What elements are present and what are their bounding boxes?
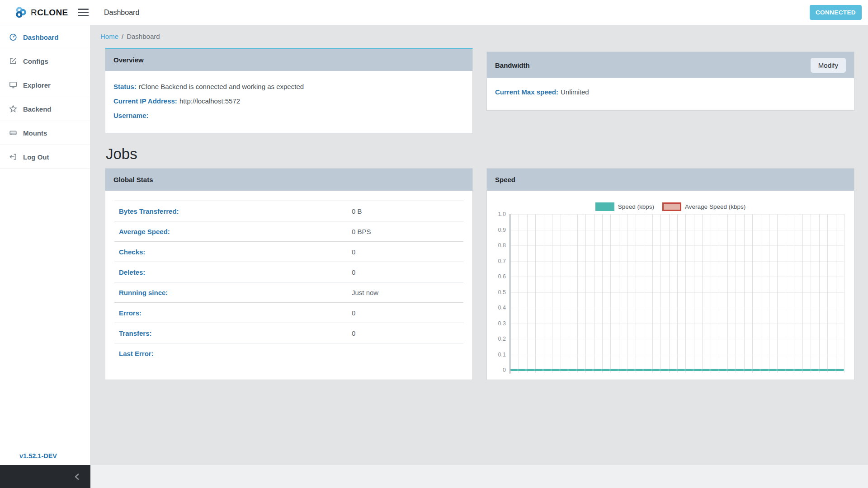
ip-address-label: Current IP Address:	[113, 97, 177, 105]
x-gridline	[660, 214, 661, 373]
sidebar: Dashboard Configs Explorer Backend Mount…	[0, 25, 90, 465]
app-version: v1.52.1-DEV	[19, 452, 57, 460]
status-value: rClone Backend is connected and working …	[139, 83, 304, 90]
hard-drive-icon	[9, 129, 17, 137]
sidebar-item-label: Mounts	[23, 129, 47, 137]
y-tick-label: 0.1	[498, 352, 506, 358]
rclone-logo[interactable]: RCLONE	[0, 6, 72, 19]
x-gridline	[561, 214, 561, 373]
sidebar-item-configs[interactable]: Configs	[0, 49, 90, 73]
stat-label: Errors:	[114, 303, 352, 323]
stat-label: Checks:	[114, 242, 352, 262]
sidebar-item-dashboard[interactable]: Dashboard	[0, 25, 90, 49]
x-gridline	[844, 214, 844, 373]
x-gridline	[577, 214, 578, 373]
bandwidth-card-header: Bandwidth Modify	[487, 52, 854, 78]
ip-address-value: http://localhost:5572	[179, 97, 240, 105]
x-gridline	[736, 214, 736, 373]
sidebar-item-label: Backend	[23, 105, 52, 113]
x-gridline	[794, 214, 794, 373]
x-gridline	[694, 214, 694, 373]
x-gridline	[569, 214, 569, 373]
brand-text: RCLONE	[31, 8, 68, 18]
speed-card-header: Speed	[487, 169, 854, 191]
x-gridline	[761, 214, 761, 373]
x-gridline	[519, 214, 519, 373]
stat-value	[352, 343, 463, 364]
x-gridline	[552, 214, 552, 373]
sidebar-item-explorer[interactable]: Explorer	[0, 73, 90, 97]
table-row: Last Error:	[114, 343, 463, 364]
status-label: Status:	[113, 83, 137, 90]
x-gridline	[652, 214, 653, 373]
bandwidth-card: Bandwidth Modify Current Max speed:Unlim…	[486, 52, 854, 111]
sidebar-item-logout[interactable]: Log Out	[0, 145, 90, 169]
speed-series-swatch	[595, 202, 614, 211]
x-gridline	[610, 214, 611, 373]
speed-series-line	[510, 369, 844, 371]
modify-button[interactable]: Modify	[811, 58, 846, 73]
x-gridline	[527, 214, 528, 373]
x-gridline	[619, 214, 619, 373]
y-tick-label: 0.4	[498, 305, 506, 311]
x-gridline	[719, 214, 719, 373]
x-gridline	[644, 214, 644, 373]
global-stats-card: Global Stats Bytes Transferred:0 BAverag…	[105, 168, 473, 380]
status-row: Status:rClone Backend is connected and w…	[113, 83, 464, 90]
stat-label: Average Speed:	[114, 221, 352, 242]
main-content: Home/Dashboard Overview Status:rClone Ba…	[90, 25, 868, 465]
x-gridline	[685, 214, 686, 373]
sidebar-item-mounts[interactable]: Mounts	[0, 121, 90, 145]
max-speed-row: Current Max speed:Unlimited	[495, 88, 846, 96]
bandwidth-card-title: Bandwidth	[495, 61, 530, 69]
username-row: Username:	[113, 112, 464, 119]
stat-value: 0 B	[352, 201, 463, 221]
x-gridline	[827, 214, 828, 373]
stat-value: 0	[352, 262, 463, 282]
stat-label: Last Error:	[114, 343, 352, 364]
sidebar-item-label: Configs	[23, 57, 48, 65]
x-gridline	[836, 214, 836, 373]
table-row: Average Speed:0 BPS	[114, 221, 463, 242]
max-speed-label: Current Max speed:	[495, 88, 558, 96]
stat-value: 0	[352, 323, 463, 343]
table-row: Bytes Transferred:0 B	[114, 201, 463, 221]
stat-label: Running since:	[114, 282, 352, 303]
speed-chart-legend: Speed (kbps) Average Speed (kbps)	[487, 202, 854, 211]
speed-card-title: Speed	[495, 176, 515, 183]
stat-value: 0	[352, 242, 463, 262]
x-gridline	[786, 214, 786, 373]
y-tick-label: 0.3	[498, 320, 506, 327]
x-gridline	[636, 214, 636, 373]
table-row: Deletes:0	[114, 262, 463, 282]
sidebar-item-label: Dashboard	[23, 33, 58, 41]
username-label: Username:	[113, 112, 149, 119]
connected-status-button[interactable]: CONNECTED	[810, 5, 862, 20]
x-gridline	[669, 214, 670, 373]
breadcrumb-current: Dashboard	[127, 33, 160, 40]
sign-out-icon	[9, 153, 17, 161]
breadcrumb-home-link[interactable]: Home	[100, 33, 118, 40]
page-title: Dashboard	[104, 9, 139, 17]
y-tick-label: 0.5	[498, 289, 506, 296]
x-gridline	[602, 214, 603, 373]
sidebar-collapse-bar[interactable]	[0, 465, 90, 488]
y-tick-label: 0.6	[498, 273, 506, 280]
hamburger-menu-icon[interactable]	[78, 9, 89, 16]
x-gridline	[627, 214, 627, 373]
overview-card-title: Overview	[113, 56, 144, 64]
sidebar-item-backend[interactable]: Backend	[0, 97, 90, 121]
speed-card: Speed Speed (kbps) Average Speed (kbps)	[486, 168, 854, 380]
y-tick-label: 0	[503, 367, 506, 373]
stat-label: Bytes Transferred:	[114, 201, 352, 221]
top-bar: RCLONE Dashboard CONNECTED	[0, 0, 868, 25]
x-gridline	[811, 214, 811, 373]
sidebar-item-label: Log Out	[23, 153, 49, 161]
star-icon	[9, 105, 17, 113]
overview-card: Overview Status:rClone Backend is connec…	[105, 48, 473, 133]
max-speed-value: Unlimited	[561, 88, 589, 96]
stat-value: 0	[352, 303, 463, 323]
speed-series-label: Speed (kbps)	[618, 203, 654, 210]
x-gridline	[544, 214, 544, 373]
x-gridline	[702, 214, 703, 373]
